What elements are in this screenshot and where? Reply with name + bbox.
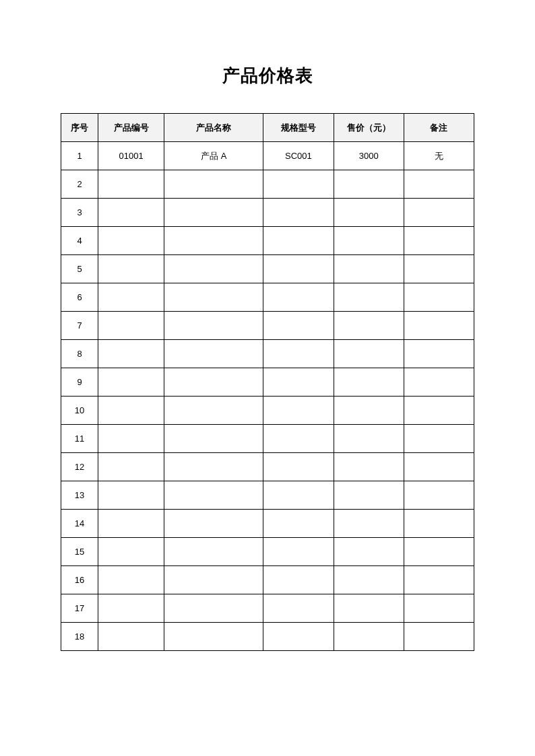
- col-price: 售价（元）: [334, 114, 404, 142]
- cell-spec: [263, 538, 334, 566]
- cell-remark: [404, 538, 474, 566]
- col-spec: 规格型号: [263, 114, 334, 142]
- cell-spec: [263, 170, 334, 199]
- cell-price: [334, 453, 404, 481]
- cell-seq: 8: [61, 340, 98, 368]
- cell-name: [164, 538, 263, 566]
- cell-spec: SC001: [263, 142, 334, 170]
- cell-price: [334, 368, 404, 397]
- table-row: 10: [61, 397, 474, 425]
- cell-name: [164, 170, 263, 199]
- cell-seq: 5: [61, 255, 98, 283]
- cell-price: [334, 623, 404, 651]
- cell-remark: [404, 283, 474, 312]
- cell-name: [164, 340, 263, 368]
- table-row: 12: [61, 453, 474, 481]
- cell-price: [334, 255, 404, 283]
- cell-remark: [404, 623, 474, 651]
- cell-name: [164, 368, 263, 397]
- cell-seq: 2: [61, 170, 98, 199]
- cell-remark: [404, 594, 474, 623]
- cell-code: [98, 199, 164, 227]
- cell-spec: [263, 453, 334, 481]
- table-row: 16: [61, 566, 474, 594]
- table-row: 9: [61, 368, 474, 397]
- cell-name: [164, 566, 263, 594]
- cell-code: [98, 255, 164, 283]
- cell-spec: [263, 227, 334, 255]
- cell-remark: [404, 170, 474, 199]
- cell-spec: [263, 481, 334, 510]
- table-row: 2: [61, 170, 474, 199]
- cell-code: [98, 481, 164, 510]
- cell-name: [164, 227, 263, 255]
- cell-code: [98, 594, 164, 623]
- cell-spec: [263, 397, 334, 425]
- cell-remark: [404, 199, 474, 227]
- cell-remark: [404, 425, 474, 453]
- cell-price: [334, 538, 404, 566]
- cell-seq: 12: [61, 453, 98, 481]
- cell-price: [334, 481, 404, 510]
- cell-spec: [263, 283, 334, 312]
- cell-spec: [263, 594, 334, 623]
- cell-remark: [404, 312, 474, 340]
- cell-name: [164, 425, 263, 453]
- table-row: 7: [61, 312, 474, 340]
- table-header-row: 序号 产品编号 产品名称 规格型号 售价（元） 备注: [61, 114, 474, 142]
- table-row: 5: [61, 255, 474, 283]
- cell-name: [164, 397, 263, 425]
- table-body: 101001产品 ASC0013000无23456789101112131415…: [61, 142, 474, 651]
- cell-spec: [263, 340, 334, 368]
- cell-price: [334, 227, 404, 255]
- cell-spec: [263, 566, 334, 594]
- cell-code: [98, 453, 164, 481]
- cell-code: [98, 283, 164, 312]
- cell-seq: 9: [61, 368, 98, 397]
- cell-remark: [404, 397, 474, 425]
- table-row: 14: [61, 510, 474, 538]
- cell-remark: [404, 340, 474, 368]
- cell-price: [334, 170, 404, 199]
- cell-remark: [404, 227, 474, 255]
- cell-spec: [263, 312, 334, 340]
- cell-code: [98, 397, 164, 425]
- cell-name: [164, 312, 263, 340]
- cell-seq: 6: [61, 283, 98, 312]
- cell-spec: [263, 425, 334, 453]
- cell-seq: 3: [61, 199, 98, 227]
- cell-remark: [404, 510, 474, 538]
- cell-spec: [263, 255, 334, 283]
- col-seq: 序号: [61, 114, 98, 142]
- cell-spec: [263, 623, 334, 651]
- price-table: 序号 产品编号 产品名称 规格型号 售价（元） 备注 101001产品 ASC0…: [61, 113, 474, 651]
- cell-code: [98, 170, 164, 199]
- cell-remark: [404, 368, 474, 397]
- table-row: 4: [61, 227, 474, 255]
- cell-price: [334, 312, 404, 340]
- cell-code: [98, 368, 164, 397]
- cell-remark: [404, 255, 474, 283]
- cell-remark: [404, 481, 474, 510]
- table-row: 3: [61, 199, 474, 227]
- table-row: 18: [61, 623, 474, 651]
- cell-price: [334, 283, 404, 312]
- table-row: 17: [61, 594, 474, 623]
- cell-code: [98, 227, 164, 255]
- cell-price: [334, 199, 404, 227]
- cell-seq: 18: [61, 623, 98, 651]
- cell-price: [334, 340, 404, 368]
- cell-price: [334, 510, 404, 538]
- table-row: 8: [61, 340, 474, 368]
- cell-name: [164, 510, 263, 538]
- cell-seq: 1: [61, 142, 98, 170]
- cell-name: [164, 481, 263, 510]
- col-code: 产品编号: [98, 114, 164, 142]
- cell-code: [98, 340, 164, 368]
- cell-price: [334, 397, 404, 425]
- cell-name: [164, 255, 263, 283]
- cell-price: [334, 425, 404, 453]
- cell-remark: [404, 566, 474, 594]
- cell-code: [98, 312, 164, 340]
- table-row: 13: [61, 481, 474, 510]
